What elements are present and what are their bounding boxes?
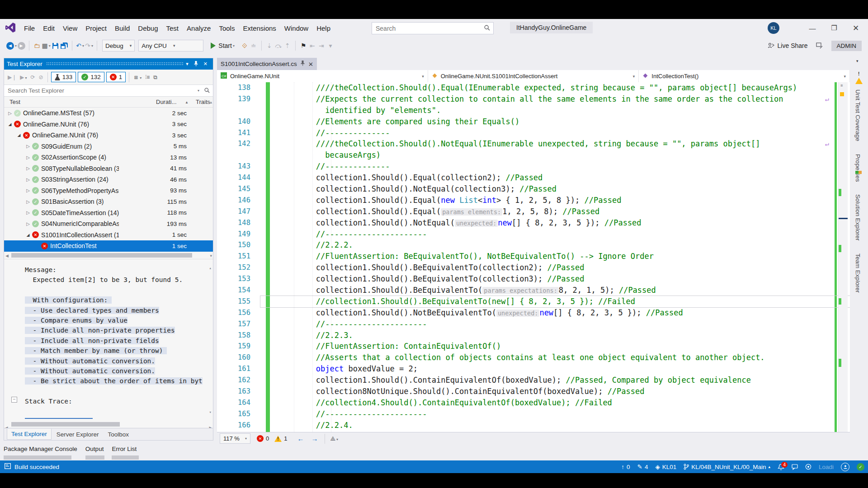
- test-tree-row[interactable]: ◢✕OnlineGame.NUnit (76)3 sec: [4, 130, 213, 141]
- error-count[interactable]: 0: [266, 435, 269, 442]
- window-position-icon[interactable]: ▾: [183, 61, 191, 67]
- test-tree-row[interactable]: ▷✓S01BasicAssertion (3)115 ms: [4, 196, 213, 207]
- stack-trace-link-sliver[interactable]: [25, 418, 93, 419]
- menu-extensions[interactable]: Extensions: [239, 23, 280, 34]
- test-explorer-title-bar[interactable]: Test Explorer ▾ ✕: [4, 58, 213, 70]
- expand-icon[interactable]: ▷: [25, 210, 31, 215]
- scrollbar-thumb[interactable]: [11, 253, 192, 258]
- code-line[interactable]: 164 //collection4.Should().ContainEquiva…: [217, 397, 850, 408]
- add-item-icon[interactable]: ▦▾: [42, 40, 51, 51]
- redo-icon[interactable]: ↷▾: [85, 40, 94, 51]
- expand-icon[interactable]: ▷: [25, 188, 31, 193]
- code-line[interactable]: 149 //----------------------: [217, 229, 850, 240]
- test-tree-row[interactable]: ◢✕OnlineGame.NUnit (76)3 sec: [4, 119, 213, 130]
- uncommitted-edits[interactable]: ✎ 4: [637, 463, 648, 470]
- breadcrumb-csharp-project[interactable]: C#OnlineGame.NUnit▾: [217, 70, 428, 82]
- code-line[interactable]: 166 //2.2.4.: [217, 420, 850, 431]
- test-tree-row[interactable]: ▷✓S02AssertionScope (4)13 ms: [4, 152, 213, 163]
- send-feedback-icon[interactable]: [815, 40, 824, 51]
- code-line[interactable]: 157 //----------------------: [217, 319, 850, 330]
- warning-count[interactable]: 1: [284, 435, 287, 442]
- scroll-left-icon[interactable]: ◀: [5, 422, 8, 428]
- collapse-icon[interactable]: ◢: [25, 233, 31, 237]
- break-all-icon[interactable]: ≐: [249, 40, 258, 51]
- code-line[interactable]: 140 //Elements are compared using their …: [217, 116, 850, 127]
- menu-view[interactable]: View: [59, 23, 81, 34]
- menu-tools[interactable]: Tools: [215, 23, 239, 34]
- code-area[interactable]: 138 ////theCollection.Should().Equal(IEn…: [217, 82, 850, 432]
- collapse-stack-trace-icon[interactable]: –: [11, 397, 17, 403]
- new-project-icon[interactable]: 🗀: [33, 40, 42, 51]
- undo-icon[interactable]: ↶▾: [75, 40, 85, 51]
- hot-reload-icon[interactable]: ⟐: [240, 40, 249, 51]
- right-tab-solution-explorer[interactable]: Solution Explorer: [854, 194, 861, 241]
- code-line[interactable]: 158 //2.2.3.: [217, 330, 850, 341]
- code-line[interactable]: 144 collection1.Should().Equal(collectio…: [217, 172, 850, 183]
- prev-bookmark-icon[interactable]: ⇤: [308, 40, 317, 51]
- menu-debug[interactable]: Debug: [134, 23, 162, 34]
- playlist-icon[interactable]: 🗉▾: [132, 74, 143, 80]
- next-bookmark-icon[interactable]: ⇥: [317, 40, 326, 51]
- sync-ok-icon[interactable]: ✓: [857, 463, 864, 471]
- right-tab-unit-test-coverage[interactable]: Unit Test Coverage: [854, 89, 861, 141]
- test-tree-row[interactable]: ▷✓S09GuidEnum (2)5 ms: [4, 141, 213, 152]
- step-into-icon[interactable]: ⇣: [265, 40, 274, 51]
- total-tests-filter[interactable]: 133: [51, 72, 76, 82]
- menu-help[interactable]: Help: [312, 23, 335, 34]
- collapse-icon[interactable]: ◢: [16, 133, 22, 137]
- live-share-button[interactable]: Live Share: [768, 40, 808, 51]
- details-scroll-down-icon[interactable]: ▾: [209, 407, 212, 417]
- code-line[interactable]: 162 collection1.Should().ContainEquivale…: [217, 375, 850, 386]
- code-line[interactable]: 146 collection1.Should().Equal(new List<…: [217, 195, 850, 206]
- column-test[interactable]: Test: [9, 99, 20, 105]
- collapse-chevron-icon[interactable]: ▾: [856, 59, 859, 63]
- code-line[interactable]: 152 collection1.Should().BeEquivalentTo(…: [217, 262, 850, 273]
- step-over-icon[interactable]: ⤼: [274, 40, 283, 51]
- code-line[interactable]: 143 //--------------: [217, 161, 850, 172]
- breadcrumb-class[interactable]: OnlineGame.NUnit.S1001IntCollectionAsser…: [428, 70, 639, 82]
- failed-tests-filter[interactable]: ✕ 1: [106, 72, 126, 82]
- navigate-forward-arrow-icon[interactable]: →: [311, 435, 318, 442]
- close-panel-icon[interactable]: ✕: [201, 61, 210, 67]
- test-tree-row[interactable]: ▷✓OnlineGame.MSTest (57)2 sec: [4, 108, 213, 119]
- code-line[interactable]: 153 collection1.Should().BeEquivalentTo(…: [217, 273, 850, 285]
- tab-close-icon[interactable]: ✕: [308, 61, 313, 68]
- close-button[interactable]: ✕: [845, 19, 866, 37]
- tab-pin-icon[interactable]: [301, 61, 305, 67]
- expand-icon[interactable]: ▷: [7, 111, 13, 116]
- editor-vertical-scrollbar[interactable]: ≡: [838, 82, 848, 432]
- test-tree-row[interactable]: ▷✓S03StringAssertion (24)46 ms: [4, 174, 213, 185]
- search-icon[interactable]: [481, 25, 493, 32]
- solution-platform-dropdown[interactable]: Any CPU▾: [138, 40, 203, 52]
- menu-build[interactable]: Build: [111, 23, 134, 34]
- expand-icon[interactable]: ▷: [25, 166, 31, 171]
- expand-icon[interactable]: ▷: [25, 155, 31, 160]
- group-by-icon[interactable]: ⫶≡: [143, 74, 151, 80]
- code-line[interactable]: 150 //2.2.2.: [217, 239, 850, 251]
- tab-output[interactable]: Output: [85, 446, 104, 452]
- code-line[interactable]: 155 //collection1.Should().BeEquivalentT…: [217, 296, 850, 307]
- code-line[interactable]: identified by "elements".: [217, 105, 850, 116]
- start-debugging-button[interactable]: Start▾: [208, 40, 237, 51]
- test-tree-row[interactable]: ▷✓S06TypeMethodPropertyAssembl...93 ms: [4, 185, 213, 197]
- details-horizontal-scrollbar[interactable]: ◀ ▶: [4, 421, 213, 428]
- panel-tab-test-explorer[interactable]: Test Explorer: [7, 429, 52, 440]
- menu-file[interactable]: File: [20, 23, 39, 34]
- warning-count-icon[interactable]: [274, 436, 282, 442]
- diff-margin-icon[interactable]: ⟁▾: [330, 435, 338, 442]
- menu-edit[interactable]: Edit: [39, 23, 59, 34]
- code-line[interactable]: 163 collection8NotUnique.Should().Contai…: [217, 386, 850, 397]
- branch-selector[interactable]: KL/04B_NUnit_KL/00_Main ▴: [684, 464, 770, 470]
- test-tree-row[interactable]: ◢✕S1001IntCollectionAssert (1)1 sec: [4, 230, 213, 241]
- column-traits[interactable]: Traits: [196, 99, 210, 105]
- tree-column-headers[interactable]: Test Durati... ▲ Traits ▴: [4, 97, 213, 108]
- zoom-level-dropdown[interactable]: 117 %▾: [220, 433, 250, 444]
- scrollbar-splitter-icon[interactable]: ≡: [840, 83, 843, 88]
- search-icon[interactable]: [201, 87, 213, 94]
- chevron-down-icon[interactable]: ▾: [422, 74, 424, 79]
- code-line[interactable]: 139 //Expects the current collection to …: [217, 94, 850, 105]
- scroll-up-icon[interactable]: ▴: [210, 100, 212, 104]
- tree-horizontal-scrollbar[interactable]: ◀ ▾: [4, 252, 213, 259]
- notifications-bell[interactable]: 4: [778, 464, 784, 470]
- expand-icon[interactable]: ▷: [25, 144, 31, 149]
